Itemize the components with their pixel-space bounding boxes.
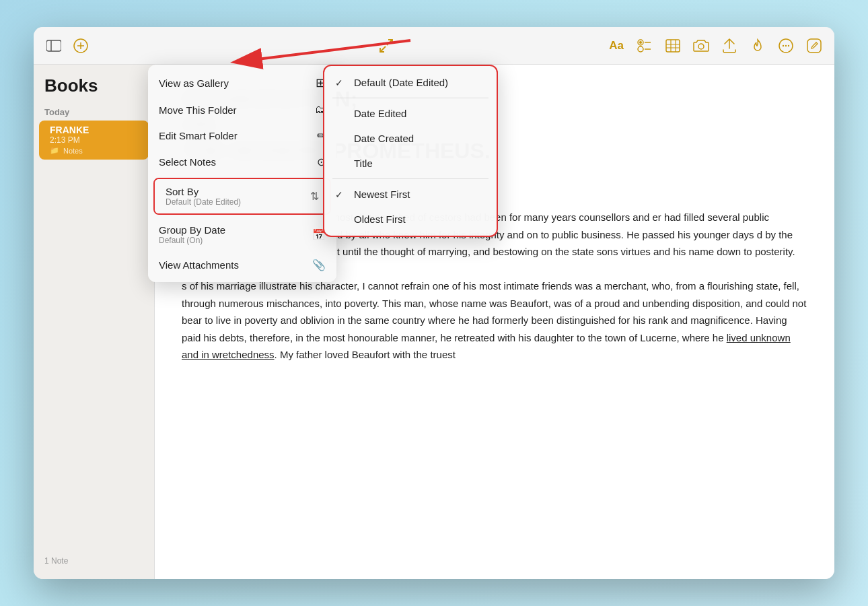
move-folder-item[interactable]: Move This Folder 🗂	[148, 97, 336, 123]
attachment-icon: 📎	[312, 259, 326, 271]
flame-icon[interactable]	[748, 36, 767, 55]
oldest-first-label: Oldest First	[354, 213, 406, 225]
svg-rect-0	[46, 40, 61, 51]
sidebar-toggle-icon[interactable]	[44, 36, 63, 55]
edit-icon[interactable]	[805, 36, 824, 55]
svg-point-21	[788, 44, 789, 46]
view-attachments-label: View Attachments	[159, 259, 239, 271]
sidebar-active-note[interactable]: FRANKE 2:13 PM 📁 Notes	[39, 121, 149, 160]
font-icon[interactable]: Aa	[607, 36, 626, 55]
newest-first-label: Newest First	[354, 189, 410, 200]
title-label: Title	[354, 158, 373, 169]
default-date-edited-label: Default (Date Edited)	[354, 77, 448, 88]
date-edited-item[interactable]: ✓ Date Edited	[324, 101, 497, 126]
active-note-title: FRANKE	[50, 125, 138, 135]
svg-point-19	[783, 44, 784, 46]
select-notes-label: Select Notes	[159, 156, 216, 168]
title-item[interactable]: ✓ Title	[324, 151, 497, 176]
sort-by-header[interactable]: Sort By Default (Date Edited) ⇅	[155, 179, 330, 213]
sort-by-title: Sort By	[166, 186, 241, 197]
date-created-item[interactable]: ✓ Date Created	[324, 126, 497, 151]
svg-line-5	[380, 46, 386, 52]
svg-point-8	[639, 41, 642, 44]
svg-point-20	[785, 44, 787, 46]
newest-first-item[interactable]: ✓ Newest First	[324, 182, 497, 207]
active-note-folder: Notes	[63, 147, 83, 155]
svg-point-10	[638, 46, 643, 52]
move-folder-label: Move This Folder	[159, 104, 237, 116]
folder-icon: 📁	[50, 146, 59, 155]
note-count: 1 Note	[34, 551, 154, 571]
group-by-date-item[interactable]: Group By Date Default (On) 📅	[148, 217, 336, 252]
date-edited-label: Date Edited	[354, 108, 406, 119]
table-icon[interactable]	[663, 36, 682, 55]
dropdown-menu: View as Gallery ⊞ Move This Folder 🗂 Edi…	[148, 65, 336, 282]
more-icon[interactable]	[776, 36, 795, 55]
view-attachments-item[interactable]: View Attachments 📎	[148, 252, 336, 278]
share-icon[interactable]	[720, 36, 739, 55]
submenu-divider-1	[332, 98, 489, 98]
toolbar: Aa	[34, 27, 834, 65]
oldest-first-item[interactable]: ✓ Oldest First	[324, 207, 497, 232]
svg-point-17	[698, 44, 704, 49]
app-window: Aa	[34, 27, 834, 579]
checkmark-icon: ✓	[335, 77, 347, 88]
sidebar-title: Books	[34, 73, 154, 104]
sort-by-section: Sort By Default (Date Edited) ⇅	[153, 178, 331, 215]
checkmark-newest: ✓	[335, 189, 347, 200]
group-by-value: Default (On)	[159, 236, 225, 245]
view-gallery-label: View as Gallery	[159, 77, 229, 89]
submenu-divider-2	[332, 178, 489, 179]
active-note-time: 2:13 PM	[50, 135, 138, 145]
sort-icon: ⇅	[310, 190, 319, 203]
select-notes-item[interactable]: Select Notes ⊙	[148, 149, 336, 175]
underlined-text: lived unknown and in wretchedness	[182, 332, 791, 361]
group-by-label: Group By Date	[159, 224, 225, 236]
add-note-icon[interactable]	[71, 36, 90, 55]
date-created-label: Date Created	[354, 133, 414, 144]
today-label: Today	[34, 104, 154, 120]
view-gallery-item[interactable]: View as Gallery ⊞	[148, 69, 336, 97]
camera-icon[interactable]	[692, 36, 711, 55]
sidebar: Books Today FRANKE 2:13 PM 📁 Notes 1 Not…	[34, 65, 155, 579]
default-date-edited-item[interactable]: ✓ Default (Date Edited)	[324, 70, 497, 95]
sort-submenu: ✓ Default (Date Edited) ✓ Date Edited ✓ …	[323, 65, 498, 237]
svg-rect-22	[807, 39, 821, 53]
edit-smart-item[interactable]: Edit Smart Folder ✏	[148, 123, 336, 149]
expand-icon[interactable]	[377, 36, 396, 55]
svg-rect-12	[666, 40, 680, 52]
sort-by-value: Default (Date Edited)	[166, 197, 241, 207]
checklist-icon[interactable]	[635, 36, 654, 55]
svg-line-6	[387, 40, 392, 45]
edit-smart-label: Edit Smart Folder	[159, 130, 238, 141]
